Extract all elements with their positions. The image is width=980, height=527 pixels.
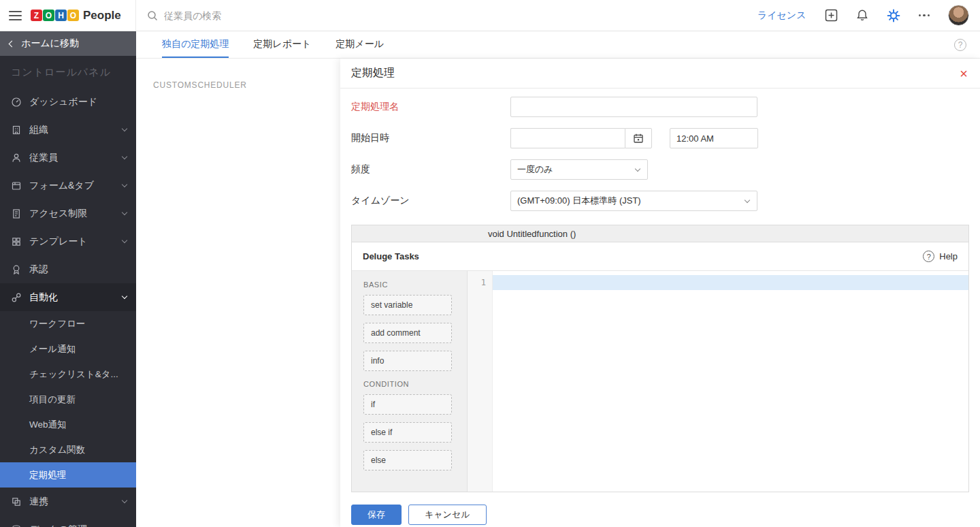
sidebar-subitem-web-notification[interactable]: Web通知 bbox=[0, 412, 136, 437]
start-date-input[interactable] bbox=[510, 128, 625, 148]
list-panel-title: CUSTOMSCHEDULER bbox=[153, 80, 340, 90]
code-editor-area[interactable] bbox=[493, 271, 968, 492]
section-tabs: 独自の定期処理 定期レポート 定期メール ? bbox=[136, 31, 980, 59]
sidebar-subitem-mail-notification[interactable]: メール通知 bbox=[0, 336, 136, 362]
templates-icon bbox=[11, 236, 22, 247]
timezone-value: (GMT+09:00) 日本標準時 (JST) bbox=[517, 195, 641, 207]
sidebar-subitem-scheduler[interactable]: 定期処理 bbox=[0, 462, 136, 488]
sidebar-section-title: コントロールパネル bbox=[0, 56, 136, 88]
license-link[interactable]: ライセンス bbox=[757, 10, 806, 22]
zoho-people-app: Z O H O People ライセンス bbox=[0, 0, 980, 527]
timezone-select[interactable]: (GMT+09:00) 日本標準時 (JST) bbox=[510, 191, 757, 211]
timezone-label: タイムゾーン bbox=[351, 195, 510, 207]
save-button[interactable]: 保存 bbox=[351, 505, 402, 525]
approvals-icon bbox=[11, 264, 22, 275]
task-set-variable[interactable]: set variable bbox=[363, 295, 452, 315]
task-if[interactable]: if bbox=[363, 394, 452, 415]
topbar-actions: ライセンス bbox=[757, 5, 980, 26]
tab-custom-scheduler[interactable]: 独自の定期処理 bbox=[162, 31, 229, 58]
sidebar-item-approvals[interactable]: 承認 bbox=[0, 255, 136, 283]
frequency-label: 頻度 bbox=[351, 163, 510, 176]
sidebar-item-dashboard[interactable]: ダッシュボード bbox=[0, 88, 136, 116]
chevron-down-icon bbox=[122, 498, 127, 503]
add-icon[interactable] bbox=[825, 9, 838, 22]
integration-icon bbox=[11, 496, 22, 507]
sidebar-item-employees[interactable]: 従業員 bbox=[0, 144, 136, 172]
sidebar-item-templates[interactable]: テンプレート bbox=[0, 227, 136, 255]
employee-icon bbox=[11, 153, 22, 163]
logo-letter: H bbox=[55, 10, 67, 21]
notifications-bell-icon[interactable] bbox=[856, 9, 868, 22]
dashboard-icon bbox=[11, 97, 22, 108]
logo-letter: Z bbox=[31, 10, 42, 21]
chevron-down-icon bbox=[122, 238, 127, 243]
zoho-people-logo[interactable]: Z O H O People bbox=[31, 9, 121, 22]
function-signature: void Untitledfunction () bbox=[352, 225, 968, 242]
frequency-select[interactable]: 一度のみ bbox=[510, 159, 648, 180]
back-to-home-label: ホームに移動 bbox=[21, 37, 79, 50]
sidebar-item-organization[interactable]: 組織 bbox=[0, 116, 136, 144]
frequency-value: 一度のみ bbox=[517, 163, 553, 176]
more-options-icon[interactable] bbox=[919, 14, 930, 17]
sidebar-subitem-custom-function[interactable]: カスタム関数 bbox=[0, 437, 136, 462]
automation-icon bbox=[11, 292, 22, 303]
scheduler-name-label: 定期処理名 bbox=[351, 101, 510, 113]
calendar-picker-button[interactable] bbox=[625, 128, 652, 148]
hamburger-menu-icon[interactable] bbox=[9, 11, 22, 20]
scheduler-form: 定期処理名 開始日時 頻度 一度のみ タイムゾーン bbox=[340, 89, 980, 211]
task-else[interactable]: else bbox=[363, 450, 452, 470]
search-input[interactable] bbox=[164, 10, 450, 21]
tab-scheduled-report[interactable]: 定期レポート bbox=[253, 31, 311, 58]
form-footer: 保存 キャンセル bbox=[340, 492, 980, 527]
calendar-icon bbox=[633, 133, 644, 144]
sidebar-item-forms-tabs[interactable]: フォーム&タブ bbox=[0, 172, 136, 199]
search-icon bbox=[147, 10, 158, 21]
sidebar-item-access-control[interactable]: アクセス制限 bbox=[0, 199, 136, 227]
close-icon[interactable]: × bbox=[960, 67, 968, 80]
chevron-down-icon bbox=[122, 182, 127, 187]
palette-group-condition: CONDITION bbox=[363, 380, 467, 388]
cancel-button[interactable]: キャンセル bbox=[408, 505, 487, 525]
active-code-line[interactable] bbox=[493, 275, 968, 290]
help-icon: ? bbox=[923, 251, 934, 262]
editor-body: BASIC set variable add comment info COND… bbox=[352, 271, 968, 492]
sidebar-item-data-administration[interactable]: データの管理 bbox=[0, 515, 136, 527]
top-bar: Z O H O People ライセンス bbox=[0, 0, 980, 31]
sidebar-subitem-workflow[interactable]: ワークフロー bbox=[0, 311, 136, 336]
sidebar-subitem-checklist[interactable]: チェックリスト&タ... bbox=[0, 362, 136, 387]
tab-scheduled-mail[interactable]: 定期メール bbox=[336, 31, 384, 58]
task-info[interactable]: info bbox=[363, 351, 452, 371]
global-search bbox=[136, 10, 757, 21]
editor-help-button[interactable]: ? Help bbox=[923, 251, 958, 262]
forms-tabs-icon bbox=[11, 180, 22, 191]
task-palette: BASIC set variable add comment info COND… bbox=[352, 271, 468, 492]
chevron-down-icon bbox=[122, 210, 127, 215]
start-time-input[interactable] bbox=[670, 128, 758, 148]
sidebar-subitem-field-update[interactable]: 項目の更新 bbox=[0, 387, 136, 412]
chevron-left-icon bbox=[9, 40, 16, 47]
chevron-down-icon bbox=[635, 165, 640, 171]
panel-title: 定期処理 bbox=[351, 66, 395, 80]
sidebar: ホームに移動 コントロールパネル ダッシュボード 組織 従業員 フォーム&タブ … bbox=[0, 31, 136, 527]
help-icon[interactable]: ? bbox=[954, 39, 966, 51]
brand-area: Z O H O People bbox=[0, 0, 136, 31]
scheduler-name-input[interactable] bbox=[510, 97, 757, 117]
sidebar-item-automation[interactable]: 自動化 bbox=[0, 283, 136, 311]
line-number-gutter: 1 bbox=[468, 271, 493, 492]
user-avatar[interactable] bbox=[948, 5, 969, 26]
back-to-home-button[interactable]: ホームに移動 bbox=[0, 31, 136, 56]
task-add-comment[interactable]: add comment bbox=[363, 323, 452, 343]
logo-letter: O bbox=[67, 10, 79, 21]
chevron-down-icon bbox=[122, 293, 127, 299]
start-datetime-label: 開始日時 bbox=[351, 132, 510, 144]
deluge-tasks-header: Deluge Tasks ? Help bbox=[352, 242, 968, 271]
deluge-tasks-title: Deluge Tasks bbox=[363, 251, 419, 261]
scheduler-form-panel: 定期処理 × 定期処理名 開始日時 頻度 一度のみ bbox=[340, 59, 980, 527]
settings-gear-icon[interactable] bbox=[887, 9, 900, 22]
scheduler-list-panel: CUSTOMSCHEDULER bbox=[136, 59, 340, 527]
product-name: People bbox=[83, 9, 121, 22]
sidebar-item-integration[interactable]: 連携 bbox=[0, 488, 136, 515]
task-else-if[interactable]: else if bbox=[363, 422, 452, 443]
panel-header: 定期処理 × bbox=[340, 59, 980, 89]
chevron-down-icon bbox=[745, 197, 750, 202]
